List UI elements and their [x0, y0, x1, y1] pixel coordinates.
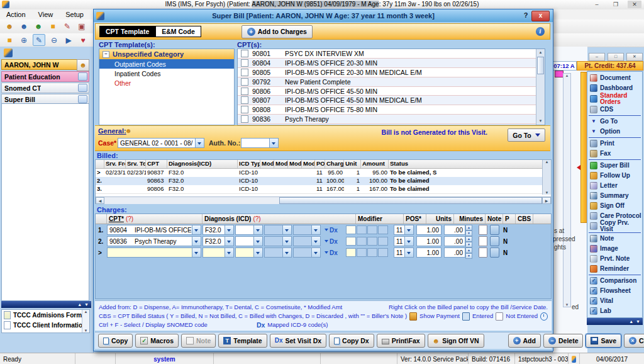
sidebar-item-document[interactable]: Document — [587, 73, 642, 83]
dropdown-arrow-icon[interactable] — [195, 139, 204, 147]
modifier-box-1[interactable] — [346, 225, 356, 234]
dx-combo-3[interactable] — [264, 236, 292, 246]
dropdown-arrow-icon[interactable] — [404, 237, 413, 246]
collapse-icon[interactable]: − — [103, 51, 109, 58]
add-to-charges-button[interactable]: + Add to Charges — [242, 25, 313, 38]
tree-item-other[interactable]: Other — [99, 78, 234, 88]
cpt-row-90807[interactable]: 90807IPI-OB-M/S OFFICE 45-50 MIN MEDICAL… — [238, 96, 536, 105]
dx-combo-1[interactable] — [203, 247, 234, 258]
dropdown-arrow-icon[interactable] — [192, 225, 201, 234]
mapped-dx-button[interactable]: Dx — [325, 238, 343, 245]
dx-combo-1[interactable]: F32.0 — [203, 225, 234, 235]
dropdown-arrow-icon[interactable] — [253, 225, 262, 234]
scroll-down-icon[interactable]: ▼ — [84, 302, 89, 307]
modifier-box-1[interactable] — [346, 248, 356, 257]
copy-button[interactable]: Copy — [98, 334, 133, 348]
checkbox[interactable] — [241, 69, 248, 76]
minutes-input[interactable]: .00 — [444, 236, 465, 246]
scroll-up-icon[interactable]: ▲ — [543, 160, 551, 164]
cpt-list-scrollbar[interactable]: ▲ ▼ — [536, 49, 545, 125]
template-button[interactable]: TTemplate — [218, 334, 267, 348]
billed-row[interactable]: 3.90806F32.0ICD-1011167.001167.00To be c… — [96, 185, 551, 193]
minutes-input[interactable]: .00 — [444, 225, 465, 235]
payment-icon[interactable] — [490, 225, 499, 235]
macros-button[interactable]: ✓Macros — [135, 334, 179, 348]
dropdown-arrow-icon[interactable] — [225, 237, 233, 246]
close-button[interactable]: ✕ — [628, 1, 641, 8]
pos-combo[interactable]: 11 — [394, 225, 414, 235]
scroll-up-icon[interactable]: ▲ — [539, 49, 543, 56]
pos-combo[interactable]: 11 — [394, 236, 414, 246]
mdi-restore-button[interactable]: □ — [608, 53, 624, 61]
set-visit-dx-button[interactable]: DxSet Visit Dx — [270, 334, 326, 348]
cpt-row-90801[interactable]: 90801PSYC DX INTERVIEW XM — [238, 49, 536, 59]
dx-combo-4[interactable] — [293, 236, 321, 246]
sidebar-item-follow-up[interactable]: Follow Up — [587, 171, 642, 181]
stepper-up-icon[interactable]: ▲ — [465, 225, 472, 230]
checkbox[interactable] — [241, 78, 248, 86]
scroll-right-icon[interactable]: ▶ — [542, 197, 551, 204]
sidebar-item-letter[interactable]: Letter — [587, 181, 642, 191]
sidebar-item-copy-prv-visit[interactable]: Copy Prv. Visit — [587, 221, 642, 232]
dropdown-arrow-icon[interactable] — [311, 248, 320, 257]
flower-icon[interactable]: ♥ — [77, 35, 89, 45]
tree-item-outpatient-codes[interactable]: Outpatient Codes — [99, 59, 234, 69]
payment-icon[interactable] — [490, 247, 499, 258]
save-button[interactable]: Save — [586, 334, 621, 348]
scroll-left-icon[interactable]: ◀ — [96, 197, 104, 204]
sidebar-item-image[interactable]: Image — [587, 244, 642, 254]
doc-remove-icon[interactable]: ⊖ — [48, 35, 60, 45]
patient-icon[interactable]: ☻ — [4, 21, 15, 32]
scroll-up-icon[interactable]: ▲ — [565, 74, 569, 77]
sidebar-item-flowsheet[interactable]: ✓Flowsheet — [587, 286, 642, 296]
note-edit-icon[interactable] — [78, 84, 87, 92]
sidebar-item-summary[interactable]: Summary — [587, 191, 642, 201]
dx-combo-3[interactable] — [264, 247, 292, 258]
tree-root-unspecified-category[interactable]: − Unspecified Category — [99, 49, 234, 59]
sidebar-item-prvt-note[interactable]: Prvt. Note — [587, 254, 642, 264]
dropdown-arrow-icon[interactable] — [311, 225, 320, 234]
stepper-down-icon[interactable]: ▼ — [465, 242, 472, 247]
scroll-down-icon[interactable]: ▼ — [543, 191, 551, 195]
cpt-row-90808[interactable]: 90808IPI-OB-M/S OFFICE 75-80 MIN — [238, 105, 536, 115]
checkbox[interactable] — [241, 59, 248, 67]
billed-row[interactable]: 2.90863F32.0ICD-1011100.001100.00To be c… — [96, 177, 551, 185]
dropdown-arrow-icon[interactable] — [253, 248, 262, 257]
sidebar-item-super-bill[interactable]: Super Bill — [587, 161, 642, 171]
mdi-minimize-button[interactable]: – — [589, 53, 605, 61]
dropdown-arrow-icon[interactable] — [404, 248, 413, 257]
info-icon[interactable]: i — [536, 27, 545, 36]
sidebar-item-comparison[interactable]: ✓Comparison — [587, 276, 642, 286]
dx-help-link[interactable]: (?) — [253, 215, 260, 222]
scroll-up-icon[interactable]: ▲ — [84, 310, 88, 314]
dropdown-arrow-icon[interactable] — [282, 237, 291, 246]
patient-edit-icon[interactable]: ☻ — [18, 21, 30, 32]
note-edit-icon[interactable] — [78, 95, 87, 103]
payment-icon[interactable] — [490, 236, 499, 246]
sidebar-item-reminder[interactable]: Reminder — [587, 264, 642, 274]
sidebar-item-vital[interactable]: ✓Vital — [587, 296, 642, 306]
sign-off-vn-button[interactable]: ☻Sign Off VN — [428, 334, 484, 348]
checkbox[interactable] — [241, 88, 248, 95]
checkbox[interactable] — [241, 50, 248, 57]
auth-no-combo[interactable] — [241, 138, 279, 148]
background-vertical-scrollbar[interactable]: ▲▼ — [563, 73, 571, 307]
patient-verify-icon[interactable]: ☻ — [33, 21, 44, 32]
list-item-tccc-admisions-form[interactable]: TCCC Admisions Form — [2, 310, 82, 320]
dropdown-arrow-icon[interactable] — [404, 225, 413, 234]
billed-row[interactable]: >02/23/1702/23/1790837F32.0ICD-101195.00… — [96, 169, 551, 177]
units-input[interactable]: 1.00 — [416, 236, 441, 246]
cpt-combo[interactable]: 90836Psych Therapy — [107, 236, 201, 246]
scroll-down-icon[interactable]: ▼ — [565, 303, 569, 307]
cpt-row-90804[interactable]: 90804IPI-OB-M/S OFFICE 20-30 MIN — [238, 59, 536, 68]
dropdown-arrow-icon[interactable] — [282, 248, 291, 257]
menu-action[interactable]: Action — [6, 11, 26, 18]
add-button[interactable]: +Add — [508, 334, 541, 348]
tab-em-code[interactable]: E&M Code — [155, 26, 201, 37]
patient-name-header[interactable]: AARON, JOHN W — [1, 59, 78, 70]
minutes-stepper[interactable]: ▲▼ — [465, 236, 472, 246]
dropdown-arrow-icon[interactable] — [269, 139, 278, 147]
dropdown-arrow-icon[interactable] — [192, 248, 201, 257]
list-item-tccc-client-informatio[interactable]: TCCC Client Informatio — [2, 320, 82, 330]
sidebar-item-note[interactable]: Note — [587, 234, 642, 244]
